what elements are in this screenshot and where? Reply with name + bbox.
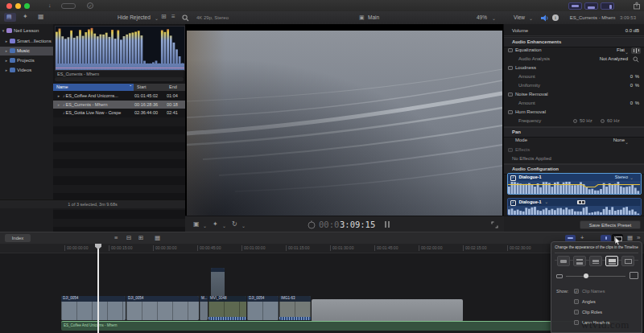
gap-clip[interactable] (312, 299, 463, 322)
clip-names-checkbox[interactable]: ✓ (574, 289, 579, 294)
noise-amount-value[interactable]: 0 (630, 99, 633, 108)
transform-chevron-icon[interactable]: ⌄ (203, 223, 207, 228)
disclosure-closed-icon[interactable]: ▸ (56, 101, 62, 109)
retime-chevron-icon[interactable]: ⌄ (242, 223, 246, 228)
browser-row[interactable]: ♪ES_Gotta Live Now - Cospe 02:36:44:00 0… (53, 109, 185, 117)
preview-scrollbar[interactable] (55, 77, 184, 81)
timeline-clip[interactable]: IMG1-63 (279, 296, 311, 320)
viewer-title[interactable]: Main (368, 15, 379, 21)
viewer-timecode[interactable]: 3:09:15 (340, 216, 375, 232)
appearance-option-audio-only[interactable] (557, 256, 570, 266)
disclosure-closed-icon[interactable]: ▸ (0, 37, 10, 46)
index-button[interactable]: Index (5, 234, 31, 242)
appearance-option-film-large-selected[interactable] (605, 256, 618, 266)
insert-icon[interactable]: ⊟ (126, 235, 131, 241)
position-plus-icon[interactable]: + (580, 235, 584, 241)
filter-dropdown[interactable]: Hide Rejected (118, 15, 151, 21)
zoom-window-button[interactable] (24, 3, 30, 9)
analyze-icon[interactable] (633, 56, 639, 63)
download-icon[interactable]: ↓ (48, 2, 52, 8)
frequency-60hz-radio[interactable] (601, 119, 605, 123)
timeline-clip[interactable]: M... (200, 296, 208, 320)
effects-wand-icon[interactable]: ✦ (213, 221, 218, 228)
titles-generators-icon[interactable]: ▦ (38, 14, 44, 20)
save-effects-preset-button[interactable]: Save Effects Preset (580, 220, 641, 229)
browser-toggle-button[interactable] (568, 2, 582, 10)
frequency-50hz-radio[interactable] (573, 119, 577, 123)
paste-connect-icon[interactable]: ≡ (114, 235, 118, 241)
fullscreen-icon[interactable] (491, 221, 498, 228)
clip-height-slider[interactable] (566, 276, 625, 277)
timeline-clip[interactable]: MVI_0048 (208, 296, 246, 320)
noise-removal-checkbox[interactable] (508, 92, 513, 97)
loudness-checkbox[interactable] (508, 66, 513, 71)
effects-chevron-icon[interactable]: ⌄ (222, 223, 226, 228)
disclosure-open-icon[interactable]: ▾ (0, 27, 6, 35)
append-icon[interactable]: ⊞ (138, 235, 143, 241)
sidebar-item-music[interactable]: ▸Music (0, 47, 53, 56)
photos-audio-icon[interactable]: ✦ (23, 14, 28, 20)
info-inspector-tab-icon[interactable]: i (552, 14, 559, 21)
disclosure-closed-icon[interactable]: ▸ (56, 92, 62, 101)
equalizer-button[interactable] (631, 47, 641, 54)
timer-pill[interactable] (61, 3, 76, 9)
browser-row-selected[interactable]: ▸♪ES_Currents - Mhern 00:16:28:36 00:18 (53, 101, 185, 109)
hum-removal-checkbox[interactable] (508, 110, 513, 115)
appearance-option-even[interactable] (589, 256, 602, 266)
equalization-value[interactable]: Flat (617, 46, 625, 55)
inspector-toggle-button[interactable] (601, 2, 614, 10)
overwrite-icon[interactable]: ▦ (155, 235, 160, 241)
angles-checkbox[interactable] (574, 299, 579, 304)
audio-waveform-preview[interactable] (55, 26, 185, 71)
share-icon[interactable] (633, 2, 641, 10)
lane-headers-checkbox[interactable] (574, 320, 579, 325)
search-icon[interactable] (182, 14, 189, 22)
timeline-clip[interactable]: DJI_0054 (247, 296, 279, 320)
effects-checkbox[interactable] (508, 148, 513, 153)
amount-value[interactable]: 0 (630, 72, 633, 81)
connected-clip[interactable] (211, 268, 225, 297)
effects-browser-icon[interactable]: ▦ (627, 235, 633, 241)
minimize-window-button[interactable] (15, 3, 21, 9)
audio-inspector-tab-icon[interactable] (541, 14, 549, 22)
check-circle-icon[interactable]: ✓ (87, 2, 93, 9)
column-header-start[interactable]: Start (137, 84, 147, 91)
retime-icon[interactable]: ↻ (232, 221, 237, 228)
disclosure-closed-icon[interactable]: ▸ (0, 56, 10, 65)
view-dropdown[interactable]: View (514, 15, 525, 21)
uniformity-value[interactable]: 0 (630, 81, 633, 90)
channel-enabled-checkbox[interactable]: ✓ (510, 175, 516, 181)
channel-enabled-checkbox[interactable]: ✓ (510, 200, 516, 206)
sidebar-item-smart-collections[interactable]: ▸Smart...llections (0, 37, 53, 46)
mode-value[interactable]: None (613, 136, 625, 145)
zoom-level-dropdown[interactable]: 49% (477, 15, 487, 21)
sidebar-item-videos[interactable]: ▸Videos (0, 66, 53, 75)
column-header-end[interactable]: End (169, 84, 177, 91)
sidebar-toggle-button[interactable]: ▤ (4, 13, 16, 22)
audio-channel-strip-1[interactable]: ✓ Dialogue-1 Stereo ⌄ (507, 173, 642, 195)
disclosure-closed-icon[interactable]: ▸ (0, 47, 10, 56)
appearance-option-film-only[interactable] (621, 256, 634, 266)
connected-audio-clip[interactable]: ES_Coffee And Unicorns - Mhern (61, 321, 620, 331)
timeline-toggle-button[interactable] (584, 2, 598, 10)
more-chevrons-icon[interactable]: » (637, 235, 640, 241)
audio-channel-strip-2[interactable]: ✓ Dialogue-1 ⌄ (507, 198, 642, 216)
timeline-clip[interactable]: DJI_0054 (61, 296, 126, 320)
volume-value[interactable]: 0.0 dB (625, 27, 639, 35)
clip-height-slider-thumb[interactable] (584, 273, 588, 278)
channel-chevron-icon[interactable]: ⌄ (544, 199, 548, 204)
playhead[interactable] (97, 244, 99, 333)
clip-roles-checkbox[interactable] (574, 310, 579, 314)
close-window-button[interactable] (6, 3, 12, 9)
filmstrip-view-icon[interactable]: ⊞ (161, 14, 167, 20)
video-frame[interactable] (187, 31, 502, 216)
transform-crop-icon[interactable]: ▣ (193, 221, 200, 228)
appearance-option-audio-large[interactable] (573, 256, 586, 266)
sidebar-library[interactable]: ▾Neil Lesson (0, 27, 53, 35)
browser-row[interactable]: ▸♪ES_Coffee And Unicorns... 01:01:45:02 … (53, 92, 185, 101)
disclosure-closed-icon[interactable]: ▸ (0, 66, 10, 75)
equalization-checkbox[interactable] (508, 48, 513, 53)
sidebar-item-projects[interactable]: ▸Projects (0, 56, 53, 65)
timeline-clip[interactable]: DJI_0054 (126, 296, 199, 320)
list-view-icon[interactable]: ≡ (171, 14, 175, 20)
